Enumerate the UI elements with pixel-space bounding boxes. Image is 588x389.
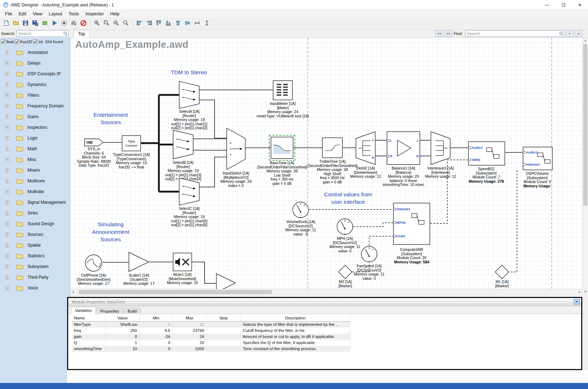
align-right-button[interactable] [144,19,154,29]
halt-button[interactable] [79,19,88,29]
scroll-up-icon[interactable]: ▲ [583,38,588,43]
menu-view[interactable]: View [30,11,46,17]
sidebar-item-voice[interactable]: Voice [0,283,70,293]
sidebar-item-signal-management[interactable]: Signal Management [0,197,70,208]
module-volumeknob[interactable] [292,201,309,218]
expand-icon[interactable] [5,222,9,226]
module-selectc[interactable] [179,178,200,206]
expand-icon[interactable] [5,83,9,87]
sidebar-item-delays[interactable]: Delays [0,58,70,69]
module-cellphone[interactable] [85,254,102,272]
expand-icon[interactable] [5,147,9,151]
module-scaler2[interactable] [216,273,236,289]
expand-icon[interactable] [5,115,9,119]
expand-icon[interactable] [5,126,9,130]
expand-icon[interactable] [5,94,9,97]
align-left-button[interactable] [135,19,144,29]
sidebar-item-annotation[interactable]: Annotation [0,47,70,58]
expand-icon[interactable] [5,201,9,204]
tab-variables[interactable]: Variables [71,307,96,314]
expand-icon[interactable] [5,61,9,65]
scroll-left-icon[interactable]: ◄ [70,290,76,294]
menu-tools[interactable]: Tools [65,11,82,17]
expand-icon[interactable] [5,190,9,194]
table-row[interactable]: filterTypeShelfLow022Selects the type of… [72,322,350,328]
palette-search-input[interactable] [16,30,69,37]
zoom-search-button[interactable] [121,19,131,29]
zoom-out-button[interactable] [111,19,121,29]
expand-icon[interactable] [5,72,9,76]
expand-icon[interactable] [5,286,9,290]
expand-icon[interactable] [5,265,9,269]
expand-icon[interactable] [5,276,9,279]
design-canvas[interactable]: AutoAmp_Example.awd TDM to StereoEnterta… [70,38,582,289]
module-inputmeter[interactable] [273,80,293,100]
filter-checkbox-float[interactable] [1,40,5,44]
menu-inspector[interactable]: Inspector [82,11,107,17]
module-scaler1[interactable] [129,252,149,272]
module-selecta[interactable] [179,81,200,109]
expand-icon[interactable] [5,136,9,140]
match-height-button[interactable] [202,19,212,29]
table-row[interactable]: gain0-2424Amount of boost or cut to appl… [72,334,350,340]
module-mute1[interactable] [173,253,192,271]
module-mph[interactable] [336,218,353,235]
expand-icon[interactable] [5,104,9,108]
module-trebletone[interactable] [322,137,343,158]
canvas-horizontal-scrollbar[interactable]: ◄ ► [70,289,582,294]
module-deint2[interactable]: LR [356,131,376,165]
module-inputselect[interactable] [226,128,246,170]
expand-icon[interactable] [5,254,9,258]
sidebar-item-multicore[interactable]: Multicore [0,176,70,186]
sidebar-item-misc[interactable]: Misc [0,154,70,165]
menu-layout[interactable]: Layout [46,11,66,17]
sidebar-item-sinks[interactable]: Sinks [0,208,70,218]
sidebar-item-multirate[interactable]: Multirate [0,186,70,197]
save-button[interactable] [21,19,30,29]
find-next-button[interactable]: >> [444,30,452,37]
module-sysin[interactable]: HW [84,138,104,146]
match-width-button[interactable] [192,19,202,29]
sidebar-item-dsp-concepts-ip[interactable]: DSP Concepts IP [0,69,70,79]
sidebar-item-statistics[interactable]: Statistics [0,251,70,261]
run-button[interactable] [50,19,59,29]
horizontal-scroll-thumb[interactable] [79,290,272,294]
table-row[interactable]: smoothingTime1001000Time constant of the… [72,346,350,352]
find-back-button[interactable]: < [566,30,573,37]
new-file-button[interactable] [1,19,11,29]
table-row[interactable]: Q1020Specifies the Q of the filter, if a… [72,340,350,346]
sidebar-item-subsystem[interactable]: Subsystem [0,261,70,272]
properties-close-button[interactable]: ✕ [574,299,580,305]
tab-top[interactable]: Top [73,30,90,38]
expand-icon[interactable] [5,179,9,183]
module-computesnr[interactable]: Volume1MPH2FAN3 [393,203,430,245]
stop-button[interactable] [59,19,69,29]
expand-icon[interactable] [5,168,9,172]
align-top-button[interactable] [154,19,164,29]
expand-icon[interactable] [5,243,9,247]
open-folder-button[interactable] [11,19,21,29]
sidebar-item-logic[interactable]: Logic [0,133,70,143]
sidebar-item-filters[interactable]: Filters [0,90,70,101]
sidebar-item-sound-design[interactable]: Sound Design [0,218,70,229]
module-typeconversion1[interactable]: TypeConvert [122,135,141,151]
deploy-button[interactable] [40,19,50,29]
menu-file[interactable]: File [2,11,15,17]
align-center-h-button[interactable] [173,19,183,29]
find-input[interactable] [465,30,564,37]
sidebar-item-mixers[interactable]: Mixers [0,165,70,176]
sidebar-item-frequency-domain[interactable]: Frequency Domain [0,101,70,111]
scroll-down-icon[interactable]: ▼ [583,289,588,294]
sidebar-item-spatial[interactable]: Spatial [0,240,70,251]
align-center-v-button[interactable] [183,19,192,29]
sidebar-item-third-party[interactable]: Third Party [0,272,70,283]
sidebar-item-sources[interactable]: Sources [0,229,70,240]
table-row[interactable]: freq2509.623760Cutoff frequency of the f… [72,328,350,334]
menu-help[interactable]: Help [107,11,123,17]
module-dspcvolume[interactable]: Audio1Volume2 [523,147,553,170]
align-bottom-button[interactable] [164,19,173,29]
module-balance1[interactable]: LRLR [387,131,420,165]
tab-build[interactable]: Build [124,308,141,314]
module-fanspeed[interactable] [361,246,378,263]
close-button[interactable]: ✕ [572,0,588,10]
